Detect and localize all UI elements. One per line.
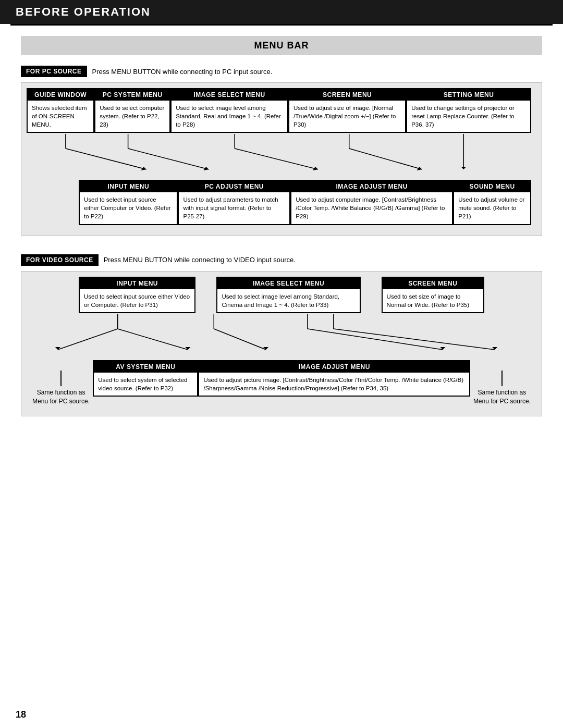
image-adjust-menu-video-header: IMAGE ADJUST MENU xyxy=(199,361,469,373)
svg-line-19 xyxy=(118,329,188,350)
pc-system-menu-header: PC SYSTEM MENU xyxy=(95,89,169,101)
page-title: BEFORE OPERATION xyxy=(16,5,151,19)
video-source-diagram: INPUT MENU Used to select input source e… xyxy=(21,271,542,417)
video-bottom-right-note: Same function as Menu for PC source. xyxy=(470,360,534,406)
sound-menu-body: Used to adjust volume or mute sound. (Re… xyxy=(454,192,530,224)
sound-menu-box: SOUND MENU Used to adjust volume or mute… xyxy=(453,180,531,225)
video-source-badge: FOR VIDEO SOURCE xyxy=(21,254,99,266)
svg-line-25 xyxy=(308,329,443,350)
pc-arrows-svg-top xyxy=(27,133,536,180)
image-select-menu-video-body: Used to select image level among Standar… xyxy=(217,289,359,312)
pc-source-label: FOR PC SOURCE Press MENU BUTTON while co… xyxy=(21,66,272,77)
input-menu-pc-body: Used to select input source either Compu… xyxy=(80,192,177,224)
video-source-label: FOR VIDEO SOURCE Press MENU BUTTON while… xyxy=(21,254,296,266)
screen-menu-video-box: SCREEN MENU Used to set size of image to… xyxy=(382,277,484,313)
av-system-menu-body: Used to select system of selected video … xyxy=(94,373,197,396)
guide-window-body: Shows selected item of ON-SCREEN MENU. xyxy=(28,101,93,132)
sound-menu-header: SOUND MENU xyxy=(454,181,530,192)
svg-line-4 xyxy=(128,149,209,169)
image-adjust-menu-video-body: Used to adjust picture image. [Contrast/… xyxy=(199,373,469,396)
pc-adjust-menu-body: Used to adjust parameters to match with … xyxy=(179,192,289,224)
svg-line-22 xyxy=(214,329,266,350)
pc-system-menu-box: PC SYSTEM MENU Used to select computer s… xyxy=(94,88,170,133)
av-system-menu-header: AV SYSTEM MENU xyxy=(94,361,197,373)
page-header: BEFORE OPERATION xyxy=(0,0,563,24)
svg-line-1 xyxy=(66,149,146,169)
screen-menu-video-header: SCREEN MENU xyxy=(383,278,483,289)
menu-bar-title: MENU BAR xyxy=(21,36,542,55)
setting-menu-box: SETTING MENU Used to change settings of … xyxy=(406,88,531,133)
video-arrows-svg-top xyxy=(27,313,536,360)
pc-source-diagram: GUIDE WINDOW Shows selected item of ON-S… xyxy=(21,82,542,236)
guide-window-header: GUIDE WINDOW xyxy=(28,89,93,101)
bottom-right-note-text: Same function as Menu for PC source. xyxy=(470,388,534,406)
bottom-left-note-text: Same function as Menu for PC source. xyxy=(29,388,93,406)
pc-adjust-menu-box: PC ADJUST MENU Used to adjust parameters… xyxy=(178,180,290,225)
image-select-menu-video-box: IMAGE SELECT MENU Used to select image l… xyxy=(216,277,360,313)
guide-window-box: GUIDE WINDOW Shows selected item of ON-S… xyxy=(27,88,94,133)
video-arrows-top xyxy=(27,313,536,360)
image-adjust-menu-video-box: IMAGE ADJUST MENU Used to adjust picture… xyxy=(198,360,470,397)
video-source-description: Press MENU BUTTON while connecting to VI… xyxy=(104,256,296,264)
screen-menu-pc-header: SCREEN MENU xyxy=(289,89,405,101)
svg-marker-14 xyxy=(461,167,466,169)
pc-system-menu-body: Used to select computer system. (Refer t… xyxy=(95,101,169,132)
video-bottom-left-note: Same function as Menu for PC source. xyxy=(29,360,93,406)
screen-menu-video-body: Used to set size of image to Normal or W… xyxy=(383,289,483,312)
input-menu-video-body: Used to select input source either Video… xyxy=(80,289,194,312)
image-select-menu-pc-box: IMAGE SELECT MENU Used to select image l… xyxy=(170,88,288,133)
input-menu-pc-box: INPUT MENU Used to select input source e… xyxy=(79,180,178,225)
av-system-menu-box: AV SYSTEM MENU Used to select system of … xyxy=(93,360,198,397)
svg-line-16 xyxy=(58,329,118,350)
svg-line-7 xyxy=(235,149,318,169)
screen-menu-pc-box: SCREEN MENU Used to adjust size of image… xyxy=(288,88,406,133)
image-adjust-menu-pc-body: Used to adjust computer image. [Contrast… xyxy=(291,192,452,224)
input-menu-pc-header: INPUT MENU xyxy=(80,181,177,192)
input-menu-video-box: INPUT MENU Used to select input source e… xyxy=(79,277,195,313)
page-number: 18 xyxy=(16,709,26,720)
svg-line-10 xyxy=(349,149,422,169)
setting-menu-header: SETTING MENU xyxy=(407,89,530,101)
image-select-menu-video-header: IMAGE SELECT MENU xyxy=(217,278,359,289)
input-menu-video-header: INPUT MENU xyxy=(80,278,194,289)
pc-source-badge: FOR PC SOURCE xyxy=(21,66,87,77)
screen-menu-pc-body: Used to adjust size of image. [Normal /T… xyxy=(289,101,405,132)
main-content: MENU BAR FOR PC SOURCE Press MENU BUTTON… xyxy=(0,26,563,448)
image-adjust-menu-pc-header: IMAGE ADJUST MENU xyxy=(291,181,452,192)
svg-line-28 xyxy=(334,329,495,350)
image-select-menu-pc-header: IMAGE SELECT MENU xyxy=(172,89,287,101)
svg-marker-11 xyxy=(417,167,422,170)
setting-menu-body: Used to change settings of projector or … xyxy=(407,101,530,132)
image-select-menu-pc-body: Used to select image level among Standar… xyxy=(172,101,287,132)
pc-source-description: Press MENU BUTTON while connecting to PC… xyxy=(92,68,273,76)
pc-adjust-menu-header: PC ADJUST MENU xyxy=(179,181,289,192)
image-adjust-menu-pc-box: IMAGE ADJUST MENU Used to adjust compute… xyxy=(290,180,453,225)
pc-arrows-top xyxy=(27,133,536,180)
